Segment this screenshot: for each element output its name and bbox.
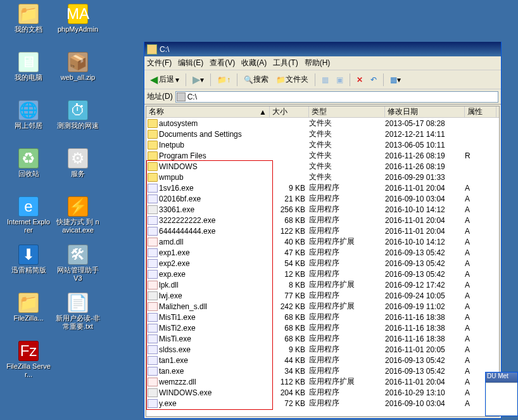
table-row[interactable]: exp.exe12 KB应用程序2016-09-13 05:42A [146,269,499,279]
file-date: 2016-11-01 20:04 [385,184,465,193]
file-name: sldss.exe [159,345,191,354]
menu-item[interactable]: 收藏(A) [241,58,267,68]
back-button[interactable]: ◀ 后退 ▾ [147,73,182,87]
copy-button[interactable]: ▣ [333,73,346,87]
file-date: 2016-11-16 18:38 [385,313,465,322]
forward-button[interactable]: ▶ ▾ [189,73,207,87]
table-row[interactable]: MisTi.exe68 KB应用程序2016-11-16 18:38A [146,333,499,344]
desktop-icon[interactable]: 📦web_all.zip [56,52,100,82]
desktop-icon[interactable]: ⏱测测我的网速 [56,100,100,130]
move-button[interactable]: ▦ [319,73,332,87]
desktop-icon[interactable]: ⬇迅雷精简版 [6,245,51,274]
table-row[interactable]: wemzzz.dll112 KB应用程序扩展2016-11-01 20:04A [146,376,499,387]
table-row[interactable]: Program Files文件夹2016-11-26 08:19R [146,150,499,161]
menu-item[interactable]: 查看(V) [210,58,235,68]
other-icon [148,205,158,214]
desktop-icon[interactable]: 📁我的文档 [6,4,51,34]
table-row[interactable]: WINDOWS文件夹2016-11-26 08:19 [146,161,499,172]
desktop-icon[interactable]: 🌐网上邻居 [6,100,51,130]
menu-item[interactable]: 文件(F) [147,58,172,68]
file-name: 1sv16.exe [159,184,194,193]
du-meter-window[interactable]: DU Met [485,372,518,416]
menu-item[interactable]: 工具(T) [273,58,298,68]
table-row[interactable]: autosystem文件夹2013-05-17 08:28 [146,118,499,129]
icon-label: 快捷方式 到 navicat.exe [56,218,100,234]
folders-button[interactable]: 📁 文件夹 [273,73,312,87]
table-row[interactable]: 6444444444.exe122 KB应用程序2016-11-01 20:04… [146,226,499,236]
folder-icon [148,130,158,139]
delete-button[interactable]: ✕ [353,73,366,87]
desktop-icon[interactable]: ⚡快捷方式 到 navicat.exe [56,196,100,234]
file-name: Inetpub [159,141,184,150]
menu-item[interactable]: 编辑(E) [178,58,203,68]
desktop-icon[interactable]: FzFileZilla Server... [6,341,51,379]
desktop-icon[interactable]: MAphpMyAdmin [56,4,100,34]
move-icon: ▦ [322,75,329,84]
file-size: 44 KB [270,356,309,365]
desktop-icon[interactable]: 🛠网站管理助手 V3 [56,245,100,283]
table-row[interactable]: 3222222222.exe68 KB应用程序2016-11-01 20:04A [146,215,499,226]
table-row[interactable]: WINDOWS.exe204 KB应用程序2016-10-29 13:10A [146,387,499,398]
file-size: 9 KB [270,184,309,193]
icon-label: 测测我的网速 [57,122,99,130]
table-row[interactable]: lwj.exe77 KB应用程序2016-09-24 10:05A [146,290,499,301]
table-row[interactable]: tan.exe34 KB应用程序2016-09-13 05:42A [146,366,499,376]
file-list-body[interactable]: autosystem文件夹2013-05-17 08:28Documents a… [146,118,499,409]
desktop-icon[interactable]: eInternet Explorer [6,196,51,234]
drive-icon [147,44,157,54]
col-attr[interactable]: 属性 [465,106,496,117]
file-name: 33061.exe [159,205,194,214]
col-date[interactable]: 修改日期 [385,106,465,117]
desktop-icon[interactable]: 🖥我的电脑 [6,52,51,82]
file-type: 应用程序 [309,344,385,355]
desktop-icon[interactable]: 📄新用户必读-非常重要.txt [56,293,100,331]
undo-button[interactable]: ↶ [367,73,380,87]
col-name[interactable]: 名称▲ [146,106,270,117]
table-row[interactable]: MisTi1.exe68 KB应用程序2016-11-16 18:38A [146,312,499,322]
views-button[interactable]: ▦ ▾ [387,73,404,87]
icon-label: 网上邻居 [15,122,42,130]
menu-item[interactable]: 帮助(H) [305,58,331,68]
file-attr: A [465,194,496,203]
file-attr: R [465,151,496,160]
table-row[interactable]: amd.dll40 KB应用程序扩展2016-10-10 14:12A [146,236,499,247]
file-type: 应用程序 [309,398,385,409]
table-row[interactable]: exp1.exe47 KB应用程序2016-09-13 05:42A [146,247,499,258]
file-date: 2016-09-10 03:04 [385,399,465,408]
table-row[interactable]: sldss.exe9 KB应用程序2016-11-01 20:05A [146,344,499,355]
table-row[interactable]: wmpub文件夹2016-09-29 01:33 [146,172,499,182]
folder-icon [148,119,158,128]
file-name: 3222222222.exe [159,216,215,225]
table-row[interactable]: exp2.exe54 KB应用程序2016-09-13 05:42A [146,258,499,269]
desktop-icon[interactable]: ⚙服务 [56,148,100,178]
table-row[interactable]: MisTi2.exe68 KB应用程序2016-11-16 18:38A [146,322,499,333]
file-date: 2016-11-01 20:05 [385,345,465,354]
titlebar[interactable]: C:\ [144,42,501,56]
file-attr: A [465,216,496,225]
desktop-icon[interactable]: 📁FileZilla... [6,293,51,322]
file-date: 2016-11-01 20:04 [385,378,465,386]
search-button[interactable]: 🔍 搜索 [241,73,272,87]
table-row[interactable]: lpk.dll8 KB应用程序扩展2016-09-12 17:42A [146,279,499,290]
table-row[interactable]: 1sv16.exe9 KB应用程序2016-11-01 20:04A [146,182,499,193]
up-button[interactable]: 📁↑ [214,73,234,87]
table-row[interactable]: Inetpub文件夹2013-06-05 10:11 [146,139,499,150]
file-type: 应用程序扩展 [309,279,385,290]
table-row[interactable]: Malizhen_s.dll242 KB应用程序扩展2016-09-19 11:… [146,301,499,312]
file-attr: A [465,270,496,279]
file-attr: A [465,259,496,268]
desktop-icon[interactable]: ♻回收站 [6,148,51,178]
table-row[interactable]: y.exe72 KB应用程序2016-09-10 03:04A [146,398,499,409]
file-name: 6444444444.exe [159,227,215,236]
table-row[interactable]: 02016bf.exe21 KB应用程序2016-09-10 03:04A [146,193,499,204]
col-type[interactable]: 类型 [309,106,385,117]
views-icon: ▦ [390,75,397,84]
app-icon: 📁 [18,4,39,24]
table-row[interactable]: tan1.exe44 KB应用程序2016-09-13 05:42A [146,355,499,366]
table-row[interactable]: Documents and Settings文件夹2012-12-21 14:1… [146,129,499,139]
file-name: Program Files [159,151,206,160]
col-size[interactable]: 大小 [270,106,309,117]
table-row[interactable]: 33061.exe256 KB应用程序2016-10-10 14:12A [146,204,499,215]
dll-icon [148,238,158,246]
address-input[interactable] [175,91,498,103]
